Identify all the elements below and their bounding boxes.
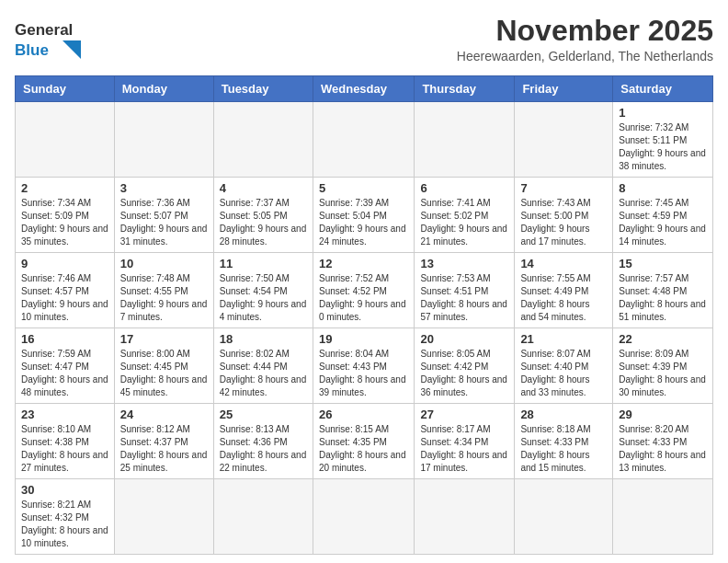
calendar-cell bbox=[213, 479, 313, 555]
day-info: Sunrise: 7:57 AM Sunset: 4:48 PM Dayligh… bbox=[619, 272, 707, 324]
calendar-week-row: 30Sunrise: 8:21 AM Sunset: 4:32 PM Dayli… bbox=[16, 479, 713, 555]
day-number: 15 bbox=[619, 257, 707, 270]
day-number: 4 bbox=[220, 181, 307, 195]
calendar-cell: 21Sunrise: 8:07 AM Sunset: 4:40 PM Dayli… bbox=[515, 328, 613, 404]
day-number: 12 bbox=[319, 257, 408, 270]
day-number: 17 bbox=[120, 332, 208, 346]
day-info: Sunrise: 8:15 AM Sunset: 4:35 PM Dayligh… bbox=[319, 423, 408, 475]
calendar-cell: 4Sunrise: 7:37 AM Sunset: 5:05 PM Daylig… bbox=[213, 178, 313, 253]
calendar-cell bbox=[213, 102, 313, 178]
day-number: 11 bbox=[220, 257, 307, 270]
calendar-cell: 25Sunrise: 8:13 AM Sunset: 4:36 PM Dayli… bbox=[213, 404, 313, 479]
header-saturday: Saturday bbox=[613, 76, 713, 102]
day-info: Sunrise: 8:10 AM Sunset: 4:38 PM Dayligh… bbox=[21, 423, 108, 475]
day-info: Sunrise: 7:45 AM Sunset: 4:59 PM Dayligh… bbox=[619, 197, 707, 248]
header-wednesday: Wednesday bbox=[313, 76, 414, 102]
day-info: Sunrise: 7:32 AM Sunset: 5:11 PM Dayligh… bbox=[619, 121, 707, 173]
calendar-cell: 5Sunrise: 7:39 AM Sunset: 5:04 PM Daylig… bbox=[313, 178, 414, 253]
day-number: 18 bbox=[220, 332, 307, 346]
day-number: 10 bbox=[120, 257, 208, 270]
header-monday: Monday bbox=[114, 76, 213, 102]
calendar-cell bbox=[313, 102, 414, 178]
day-info: Sunrise: 7:46 AM Sunset: 4:57 PM Dayligh… bbox=[21, 272, 108, 324]
day-info: Sunrise: 7:41 AM Sunset: 5:02 PM Dayligh… bbox=[420, 197, 508, 248]
calendar-cell: 30Sunrise: 8:21 AM Sunset: 4:32 PM Dayli… bbox=[16, 479, 115, 555]
day-info: Sunrise: 8:20 AM Sunset: 4:33 PM Dayligh… bbox=[619, 423, 707, 475]
calendar-cell bbox=[515, 479, 613, 555]
calendar-table: Sunday Monday Tuesday Wednesday Thursday… bbox=[15, 75, 713, 555]
day-number: 9 bbox=[21, 257, 108, 270]
day-info: Sunrise: 8:09 AM Sunset: 4:39 PM Dayligh… bbox=[619, 348, 707, 399]
day-info: Sunrise: 8:18 AM Sunset: 4:33 PM Dayligh… bbox=[520, 423, 607, 475]
day-number: 16 bbox=[21, 332, 108, 346]
calendar-cell: 16Sunrise: 7:59 AM Sunset: 4:47 PM Dayli… bbox=[16, 328, 115, 404]
day-info: Sunrise: 7:43 AM Sunset: 5:00 PM Dayligh… bbox=[520, 197, 607, 248]
calendar-cell bbox=[114, 102, 213, 178]
day-number: 20 bbox=[420, 332, 508, 346]
calendar-week-row: 2Sunrise: 7:34 AM Sunset: 5:09 PM Daylig… bbox=[16, 178, 713, 253]
calendar-cell bbox=[613, 479, 713, 555]
day-number: 3 bbox=[120, 181, 208, 195]
calendar-cell: 12Sunrise: 7:52 AM Sunset: 4:52 PM Dayli… bbox=[313, 253, 414, 328]
calendar-cell: 26Sunrise: 8:15 AM Sunset: 4:35 PM Dayli… bbox=[313, 404, 414, 479]
day-number: 30 bbox=[21, 483, 108, 497]
day-info: Sunrise: 8:07 AM Sunset: 4:40 PM Dayligh… bbox=[520, 348, 607, 399]
day-info: Sunrise: 7:53 AM Sunset: 4:51 PM Dayligh… bbox=[420, 272, 508, 324]
calendar-cell: 29Sunrise: 8:20 AM Sunset: 4:33 PM Dayli… bbox=[613, 404, 713, 479]
calendar-cell: 20Sunrise: 8:05 AM Sunset: 4:42 PM Dayli… bbox=[415, 328, 515, 404]
day-number: 14 bbox=[520, 257, 607, 270]
calendar-cell: 14Sunrise: 7:55 AM Sunset: 4:49 PM Dayli… bbox=[515, 253, 613, 328]
day-info: Sunrise: 8:02 AM Sunset: 4:44 PM Dayligh… bbox=[220, 348, 307, 399]
day-info: Sunrise: 7:34 AM Sunset: 5:09 PM Dayligh… bbox=[21, 197, 108, 248]
day-number: 7 bbox=[520, 181, 607, 195]
svg-marker-1 bbox=[63, 40, 81, 59]
day-info: Sunrise: 7:37 AM Sunset: 5:05 PM Dayligh… bbox=[220, 197, 307, 248]
logo: General Blue bbox=[15, 15, 97, 66]
day-info: Sunrise: 8:13 AM Sunset: 4:36 PM Dayligh… bbox=[220, 423, 307, 475]
day-number: 22 bbox=[619, 332, 707, 346]
header-tuesday: Tuesday bbox=[213, 76, 313, 102]
calendar-cell: 17Sunrise: 8:00 AM Sunset: 4:45 PM Dayli… bbox=[114, 328, 213, 404]
day-number: 25 bbox=[220, 408, 307, 421]
header-sunday: Sunday bbox=[16, 76, 115, 102]
calendar-cell: 27Sunrise: 8:17 AM Sunset: 4:34 PM Dayli… bbox=[415, 404, 515, 479]
calendar-cell: 22Sunrise: 8:09 AM Sunset: 4:39 PM Dayli… bbox=[613, 328, 713, 404]
day-number: 28 bbox=[520, 408, 607, 421]
calendar-cell: 24Sunrise: 8:12 AM Sunset: 4:37 PM Dayli… bbox=[114, 404, 213, 479]
calendar-cell: 2Sunrise: 7:34 AM Sunset: 5:09 PM Daylig… bbox=[16, 178, 115, 253]
calendar-week-row: 1Sunrise: 7:32 AM Sunset: 5:11 PM Daylig… bbox=[16, 102, 713, 178]
day-info: Sunrise: 7:55 AM Sunset: 4:49 PM Dayligh… bbox=[520, 272, 607, 324]
day-number: 1 bbox=[619, 106, 707, 120]
calendar-cell: 15Sunrise: 7:57 AM Sunset: 4:48 PM Dayli… bbox=[613, 253, 713, 328]
day-number: 8 bbox=[619, 181, 707, 195]
calendar-body: 1Sunrise: 7:32 AM Sunset: 5:11 PM Daylig… bbox=[16, 102, 713, 555]
page: General Blue November 2025 Heerewaarden,… bbox=[0, 0, 728, 563]
calendar-cell bbox=[515, 102, 613, 178]
calendar-cell: 13Sunrise: 7:53 AM Sunset: 4:51 PM Dayli… bbox=[415, 253, 515, 328]
day-number: 26 bbox=[319, 408, 408, 421]
calendar-week-row: 23Sunrise: 8:10 AM Sunset: 4:38 PM Dayli… bbox=[16, 404, 713, 479]
day-number: 21 bbox=[520, 332, 607, 346]
day-number: 19 bbox=[319, 332, 408, 346]
logo-area: General Blue bbox=[15, 15, 97, 66]
day-number: 2 bbox=[21, 181, 108, 195]
day-info: Sunrise: 7:50 AM Sunset: 4:54 PM Dayligh… bbox=[220, 272, 307, 324]
calendar-cell bbox=[114, 479, 213, 555]
calendar-cell: 10Sunrise: 7:48 AM Sunset: 4:55 PM Dayli… bbox=[114, 253, 213, 328]
weekday-header-row: Sunday Monday Tuesday Wednesday Thursday… bbox=[16, 76, 713, 102]
day-info: Sunrise: 8:04 AM Sunset: 4:43 PM Dayligh… bbox=[319, 348, 408, 399]
calendar-cell: 6Sunrise: 7:41 AM Sunset: 5:02 PM Daylig… bbox=[415, 178, 515, 253]
day-number: 24 bbox=[120, 408, 208, 421]
day-info: Sunrise: 7:39 AM Sunset: 5:04 PM Dayligh… bbox=[319, 197, 408, 248]
day-info: Sunrise: 7:52 AM Sunset: 4:52 PM Dayligh… bbox=[319, 272, 408, 324]
day-info: Sunrise: 8:05 AM Sunset: 4:42 PM Dayligh… bbox=[420, 348, 508, 399]
day-info: Sunrise: 7:59 AM Sunset: 4:47 PM Dayligh… bbox=[21, 348, 108, 399]
calendar-cell: 8Sunrise: 7:45 AM Sunset: 4:59 PM Daylig… bbox=[613, 178, 713, 253]
day-info: Sunrise: 7:48 AM Sunset: 4:55 PM Dayligh… bbox=[120, 272, 208, 324]
title-area: November 2025 Heerewaarden, Gelderland, … bbox=[457, 15, 713, 63]
calendar-cell bbox=[415, 102, 515, 178]
calendar-cell: 9Sunrise: 7:46 AM Sunset: 4:57 PM Daylig… bbox=[16, 253, 115, 328]
calendar-cell: 11Sunrise: 7:50 AM Sunset: 4:54 PM Dayli… bbox=[213, 253, 313, 328]
day-number: 27 bbox=[420, 408, 508, 421]
day-number: 5 bbox=[319, 181, 408, 195]
